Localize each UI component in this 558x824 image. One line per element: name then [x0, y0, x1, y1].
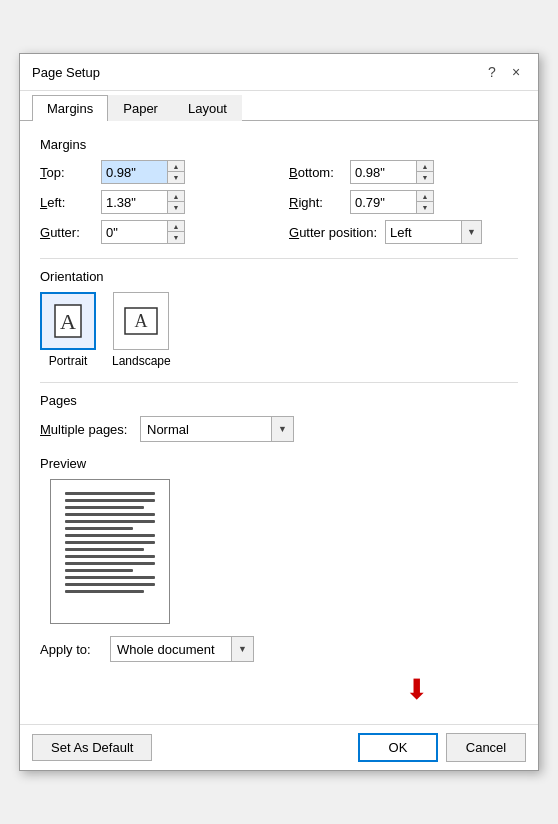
- preview-line-15: [65, 590, 144, 593]
- ok-down-arrow-icon: ⬇: [405, 676, 428, 704]
- gutter-position-label: Gutter position:: [289, 225, 379, 240]
- margins-section-title: Margins: [40, 137, 518, 152]
- pages-row: Multiple pages: Normal Mirror margins 2 …: [40, 416, 518, 442]
- margins-grid: Top: ▲ ▼ Bottom: ▲ ▼: [40, 160, 518, 244]
- preview-line-8: [65, 541, 155, 544]
- landscape-option[interactable]: A Landscape: [112, 292, 171, 368]
- pages-section-title: Pages: [40, 393, 518, 408]
- preview-section: Preview: [40, 456, 518, 624]
- gutter-increment[interactable]: ▲: [168, 221, 184, 232]
- tab-margins[interactable]: Margins: [32, 95, 108, 121]
- ok-button[interactable]: OK: [358, 733, 438, 762]
- preview-line-11: [65, 562, 155, 565]
- divider-orientation: [40, 258, 518, 259]
- left-input[interactable]: [102, 191, 167, 213]
- multiple-pages-label: Multiple pages:: [40, 422, 130, 437]
- orientation-section-title: Orientation: [40, 269, 518, 284]
- gutter-position-arrow-icon: ▼: [461, 221, 481, 243]
- preview-line-4: [65, 513, 155, 516]
- tab-layout[interactable]: Layout: [173, 95, 242, 121]
- preview-line-14: [65, 583, 155, 586]
- apply-to-select[interactable]: Whole document This point forward: [111, 637, 231, 661]
- left-arrows: ▲ ▼: [167, 191, 184, 213]
- portrait-label: Portrait: [49, 354, 88, 368]
- apply-to-dropdown[interactable]: Whole document This point forward ▼: [110, 636, 254, 662]
- gutter-position-select[interactable]: Left Top Right: [386, 221, 461, 243]
- bottom-spinner: ▲ ▼: [350, 160, 434, 184]
- right-field-row: Right: ▲ ▼: [289, 190, 518, 214]
- top-spinner: ▲ ▼: [101, 160, 185, 184]
- bottom-right-buttons: OK Cancel: [358, 733, 526, 762]
- gutter-spinner: ▲ ▼: [101, 220, 185, 244]
- portrait-icon: A: [53, 303, 83, 339]
- title-bar: Page Setup ? ×: [20, 54, 538, 91]
- help-button[interactable]: ?: [482, 62, 502, 82]
- top-label: Top:: [40, 165, 95, 180]
- preview-line-2: [65, 499, 155, 502]
- svg-text:A: A: [60, 309, 76, 334]
- left-decrement[interactable]: ▼: [168, 202, 184, 213]
- top-arrows: ▲ ▼: [167, 161, 184, 183]
- set-default-button[interactable]: Set As Default: [32, 734, 152, 761]
- bottom-field-row: Bottom: ▲ ▼: [289, 160, 518, 184]
- preview-box: [50, 479, 170, 624]
- dialog-title: Page Setup: [32, 65, 100, 80]
- top-decrement[interactable]: ▼: [168, 172, 184, 183]
- page-setup-dialog: Page Setup ? × Margins Paper Layout Marg…: [19, 53, 539, 771]
- right-decrement[interactable]: ▼: [417, 202, 433, 213]
- right-increment[interactable]: ▲: [417, 191, 433, 202]
- apply-to-arrow-icon: ▼: [231, 637, 253, 661]
- preview-line-5: [65, 520, 155, 523]
- bottom-label: Bottom:: [289, 165, 344, 180]
- gutter-field-row: Gutter: ▲ ▼: [40, 220, 269, 244]
- right-spinner: ▲ ▼: [350, 190, 434, 214]
- svg-text:A: A: [135, 311, 148, 331]
- gutter-arrows: ▲ ▼: [167, 221, 184, 243]
- divider-pages: [40, 382, 518, 383]
- left-field-row: Left: ▲ ▼: [40, 190, 269, 214]
- top-field-row: Top: ▲ ▼: [40, 160, 269, 184]
- portrait-option[interactable]: A Portrait: [40, 292, 96, 368]
- title-bar-left: Page Setup: [32, 65, 100, 80]
- landscape-icon: A: [123, 306, 159, 336]
- left-increment[interactable]: ▲: [168, 191, 184, 202]
- tab-content: Margins Top: ▲ ▼ Bottom:: [20, 121, 538, 724]
- bottom-increment[interactable]: ▲: [417, 161, 433, 172]
- orientation-section: Orientation A Portrait A: [40, 269, 518, 368]
- right-label: Right:: [289, 195, 344, 210]
- top-input[interactable]: [102, 161, 167, 183]
- left-spinner: ▲ ▼: [101, 190, 185, 214]
- gutter-decrement[interactable]: ▼: [168, 232, 184, 243]
- multiple-pages-dropdown[interactable]: Normal Mirror margins 2 pages per sheet …: [140, 416, 294, 442]
- left-label: Left:: [40, 195, 95, 210]
- tab-paper[interactable]: Paper: [108, 95, 173, 121]
- apply-to-label: Apply to:: [40, 642, 100, 657]
- ok-arrow-indicator: ⬇: [40, 676, 518, 704]
- multiple-pages-select[interactable]: Normal Mirror margins 2 pages per sheet …: [141, 417, 271, 441]
- bottom-input[interactable]: [351, 161, 416, 183]
- apply-to-row: Apply to: Whole document This point forw…: [40, 636, 518, 662]
- gutter-position-field-row: Gutter position: Left Top Right ▼: [289, 220, 518, 244]
- bottom-arrows: ▲ ▼: [416, 161, 433, 183]
- cancel-button[interactable]: Cancel: [446, 733, 526, 762]
- tab-bar: Margins Paper Layout: [20, 91, 538, 121]
- orientation-options: A Portrait A Landscape: [40, 292, 518, 368]
- landscape-icon-box: A: [113, 292, 169, 350]
- preview-line-3: [65, 506, 144, 509]
- top-increment[interactable]: ▲: [168, 161, 184, 172]
- preview-line-12: [65, 569, 133, 572]
- gutter-position-dropdown[interactable]: Left Top Right ▼: [385, 220, 482, 244]
- multiple-pages-arrow-icon: ▼: [271, 417, 293, 441]
- preview-line-13: [65, 576, 155, 579]
- bottom-bar: Set As Default OK Cancel: [20, 724, 538, 770]
- bottom-decrement[interactable]: ▼: [417, 172, 433, 183]
- preview-section-title: Preview: [40, 456, 518, 471]
- preview-lines: [65, 492, 155, 611]
- landscape-label: Landscape: [112, 354, 171, 368]
- preview-line-10: [65, 555, 155, 558]
- right-arrows: ▲ ▼: [416, 191, 433, 213]
- right-input[interactable]: [351, 191, 416, 213]
- close-button[interactable]: ×: [506, 62, 526, 82]
- preview-line-1: [65, 492, 155, 495]
- gutter-input[interactable]: [102, 221, 167, 243]
